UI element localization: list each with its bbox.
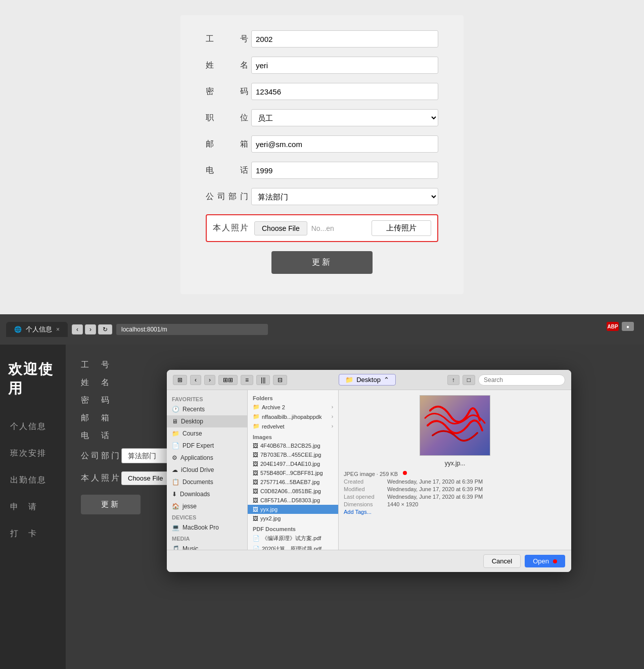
dark-submit-button[interactable]: 更新 (81, 495, 141, 514)
label-password: 密 码 (206, 86, 251, 97)
back-button[interactable]: ‹ (72, 324, 83, 334)
red-dot (403, 471, 407, 475)
file-img5[interactable]: 🖼 C0D82A06...0851BE.jpg (248, 487, 338, 496)
tab-close-button[interactable]: × (56, 326, 60, 333)
input-phone[interactable] (251, 162, 438, 179)
pdf-expert-label: PDF Expert (182, 442, 214, 449)
icloud-label: iCloud Drive (181, 466, 214, 473)
file-list: Folders 📁 Archive 2 › 📁 nffaoalbilb...ji… (248, 390, 339, 550)
file-img3[interactable]: 🖼 575B480F...9CBFF81.jpg (248, 468, 338, 477)
file-img4[interactable]: 🖼 27577146...5BAEB7.jpg (248, 477, 338, 487)
dialog-info[interactable]: □ (463, 375, 475, 385)
sidebar-recents[interactable]: 🕐 Recents (167, 403, 247, 415)
folder-redvelvet-label: redvelvet (262, 423, 285, 429)
dialog-search-input[interactable] (478, 374, 565, 386)
created-row: Created Wednesday, June 17, 2020 at 6:39… (344, 479, 566, 485)
add-tags-link[interactable]: Add Tags... (344, 509, 372, 515)
folder-redvelvet[interactable]: 📁 redvelvet › (248, 421, 338, 431)
dimensions-label: Dimensions (344, 501, 384, 507)
sidebar-pdf-expert[interactable]: 📄 PDF Expert (167, 440, 247, 452)
upload-photo-button[interactable]: 上传照片 (372, 220, 431, 236)
file-pdf1[interactable]: 📄 2020计算...原理试题.pdf (248, 544, 338, 550)
images-label: Images (248, 431, 338, 441)
folder-archive2[interactable]: 📁 Archive 2 › (248, 402, 338, 412)
input-email[interactable] (251, 135, 438, 153)
sidebar-item-apply[interactable]: 申 请 (0, 494, 66, 520)
dialog-back[interactable]: ‹ (190, 375, 201, 385)
created-label: Created (344, 479, 384, 485)
dialog-open-button[interactable]: Open (525, 555, 565, 567)
refresh-button[interactable]: ↻ (98, 324, 112, 334)
course-label: Course (182, 430, 202, 437)
modified-value: Wednesday, June 17, 2020 at 6:39 PM (387, 486, 483, 492)
sidebar-desktop[interactable]: 🖥 Desktop (167, 415, 247, 427)
sidebar-downloads[interactable]: ⬇ Downloads (167, 488, 247, 500)
img-icon-5: 🖼 (253, 488, 258, 494)
sidebar-jesse[interactable]: 🏠 jesse (167, 500, 247, 512)
label-phone: 电 话 (206, 165, 251, 176)
address-bar[interactable]: localhost:8001/m (116, 324, 268, 335)
other-extension[interactable]: ● (622, 322, 634, 331)
input-name[interactable] (251, 57, 438, 74)
sidebar-documents[interactable]: 📋 Documents (167, 476, 247, 488)
sidebar-course[interactable]: 📁 Course (167, 427, 247, 440)
dimensions-value: 1440 × 1920 (387, 501, 418, 507)
dialog-footer: Cancel Open (167, 550, 571, 572)
select-department[interactable]: 算法部门 研发部门 市场部门 (251, 188, 438, 205)
dialog-forward[interactable]: › (204, 375, 215, 385)
abp-extension[interactable]: ABP (607, 322, 619, 331)
file-img1[interactable]: 🖼 7B703E7B...455CEE.jpg (248, 450, 338, 459)
dialog-column-view[interactable]: ||| (256, 375, 270, 385)
file-type-value: JPEG image · 259 KB (344, 471, 398, 477)
sidebar-item-checkin[interactable]: 打 卡 (0, 520, 66, 547)
sidebar-icloud[interactable]: ☁ iCloud Drive (167, 464, 247, 476)
desktop-label: Desktop (181, 418, 203, 425)
file-type-row: JPEG image · 259 KB (344, 471, 566, 477)
open-red-dot (553, 559, 557, 563)
documents-icon: 📋 (172, 479, 179, 486)
dialog-body: Favorites 🕐 Recents 🖥 Desktop 📁 Course (167, 390, 571, 550)
file-img2[interactable]: 🖼 204E1497...D4AE10.jpg (248, 459, 338, 468)
input-employee-id[interactable] (251, 30, 438, 47)
dialog-gallery-view[interactable]: ⊟ (273, 375, 287, 385)
file-yyx2-jpg[interactable]: 🖼 yyx2.jpg (248, 514, 338, 523)
file-pdf0[interactable]: 📄 《编译原理》试方案.pdf (248, 533, 338, 544)
pdf-expert-icon: 📄 (172, 442, 179, 449)
location-chevron: ⌃ (384, 376, 389, 384)
sidebar-macbook[interactable]: 💻 MacBook Pro (167, 521, 247, 534)
field-name: 姓 名 (206, 57, 438, 74)
browser-tab[interactable]: 🌐 个人信息 × (6, 322, 68, 337)
sidebar-item-attendance[interactable]: 出勤信息 (0, 467, 66, 494)
field-position: 职 位 员工 管理员 (206, 109, 438, 126)
app-sidebar: 欢迎使用 个人信息 班次安排 出勤信息 申 请 打 卡 (0, 314, 66, 669)
forward-button[interactable]: › (85, 324, 96, 334)
file-img0[interactable]: 🖼 4F40B678...B2CB25.jpg (248, 441, 338, 450)
file-img6[interactable]: 🖼 C8F571A6...D58303.jpg (248, 496, 338, 505)
browser-chrome: 🌐 个人信息 × ‹ › ↻ localhost:8001/m ABP ● (0, 314, 644, 345)
choose-file-button[interactable]: Choose File (254, 221, 307, 235)
bottom-section: 🌐 个人信息 × ‹ › ↻ localhost:8001/m ABP ● 欢迎… (0, 314, 644, 669)
select-position[interactable]: 员工 管理员 (251, 109, 438, 126)
applications-label: Applications (180, 454, 213, 461)
sidebar-applications[interactable]: ⚙ Applications (167, 452, 247, 464)
folder-nffao[interactable]: 📁 nffaoalbilb...jihopabppdk › (248, 412, 338, 421)
preview-image (420, 395, 490, 456)
icloud-icon: ☁ (172, 466, 178, 473)
dialog-grid-view[interactable]: ⊞⊞ (218, 375, 238, 385)
dialog-toolbar: ⊞ ‹ › ⊞⊞ ≡ ||| ⊟ 📁 Desktop ⌃ ↑ □ (167, 370, 571, 390)
sidebar-item-personal[interactable]: 个人信息 (0, 413, 66, 440)
sidebar-music[interactable]: 🎵 Music (167, 543, 247, 550)
submit-button[interactable]: 更新 (271, 251, 373, 274)
sidebar-item-schedule[interactable]: 班次安排 (0, 440, 66, 467)
dialog-toggle-sidebar[interactable]: ⊞ (173, 375, 187, 385)
dialog-cancel-button[interactable]: Cancel (483, 554, 521, 568)
location-label: Desktop (356, 376, 381, 384)
dark-choose-file-button[interactable]: Choose File (121, 471, 169, 485)
jesse-label: jesse (182, 503, 197, 510)
dimensions-row: Dimensions 1440 × 1920 (344, 501, 566, 507)
input-password[interactable] (251, 83, 438, 100)
file-yyx-jpg[interactable]: 🖼 yyx.jpg (248, 505, 338, 514)
dialog-list-view[interactable]: ≡ (241, 375, 253, 385)
dialog-share[interactable]: ↑ (447, 375, 459, 385)
preview-filename: yyx.jp... (344, 460, 566, 467)
